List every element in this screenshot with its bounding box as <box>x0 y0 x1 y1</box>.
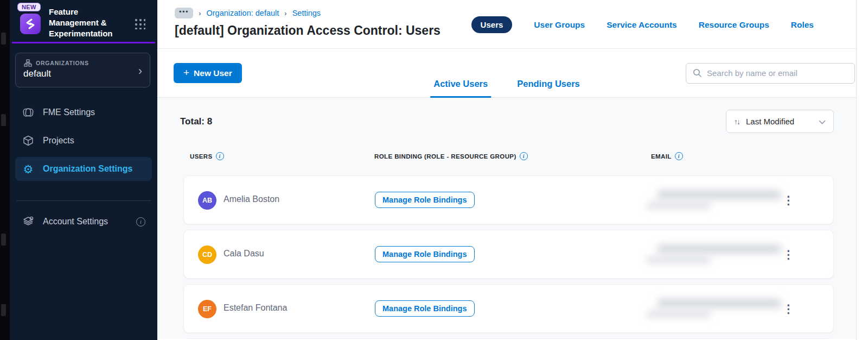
new-user-label: New User <box>194 68 232 78</box>
info-icon[interactable]: i <box>136 217 145 226</box>
sidebar-item-label: Projects <box>43 136 74 146</box>
tab-service-accounts[interactable]: Service Accounts <box>607 20 677 30</box>
sidebar-item-label: FME Settings <box>43 108 95 117</box>
app-title: Feature Management & Experimentation <box>49 7 113 39</box>
sidebar-item-fme-settings[interactable]: FME Settings <box>15 100 152 124</box>
cube-icon <box>22 134 35 147</box>
scroll-gutter[interactable] <box>856 0 868 340</box>
breadcrumb-ellipsis[interactable]: ••• <box>175 8 193 18</box>
user-name: Cala Dasu <box>224 249 264 259</box>
avatar: EF <box>198 300 216 318</box>
chevron-down-icon <box>819 117 826 127</box>
new-badge: NEW <box>17 3 41 11</box>
sidebar-item-account-settings[interactable]: Account Settings i <box>15 212 152 231</box>
email-redacted <box>646 240 798 270</box>
toolbar: + New User Active Users Pending Users <box>157 49 856 98</box>
user-rows: AB Amelia Boston Manage Role Bindings ⋮ … <box>183 175 834 339</box>
app-switcher-grid-icon[interactable] <box>133 17 145 29</box>
background-window-strip <box>0 0 10 340</box>
tab-roles[interactable]: Roles <box>791 20 814 30</box>
tab-user-groups[interactable]: User Groups <box>534 20 585 30</box>
search-box[interactable] <box>686 63 855 84</box>
info-icon[interactable]: i <box>216 152 224 160</box>
access-control-nav: Users User Groups Service Accounts Resou… <box>471 16 814 33</box>
column-header-email: EMAIL <box>651 153 672 160</box>
organization-selector[interactable]: ORGANIZATIONS default › <box>15 53 150 87</box>
user-state-tabs: Active Users Pending Users <box>430 79 583 98</box>
avatar: CD <box>198 245 216 264</box>
breadcrumb-link-organization[interactable]: Organization: default <box>207 9 279 17</box>
chevron-right-icon: › <box>138 64 142 78</box>
tab-resource-groups[interactable]: Resource Groups <box>699 20 769 30</box>
sidebar-header: NEW Feature Management & Experimentation <box>10 0 157 42</box>
new-user-button[interactable]: + New User <box>174 63 242 83</box>
email-redacted <box>646 186 798 216</box>
info-icon[interactable]: i <box>675 152 683 160</box>
avatar: AB <box>198 191 216 210</box>
sort-label: Last Modified <box>746 117 813 126</box>
total-count: Total: 8 <box>180 116 212 127</box>
info-icon[interactable]: i <box>520 152 528 160</box>
page-header: ••• › Organization: default › Settings [… <box>157 0 856 49</box>
purple-divider <box>12 42 155 43</box>
sort-dropdown[interactable]: ↑↓ Last Modified <box>726 110 834 133</box>
column-header-role-binding: ROLE BINDING (ROLE - RESOURCE GROUP) <box>374 153 516 160</box>
sidebar-nav: FME Settings Projects ⚙ Organization Set… <box>15 100 152 231</box>
organization-name: default <box>23 68 142 79</box>
table-row-partial <box>183 338 834 339</box>
table-header-row: USERS i ROLE BINDING (ROLE - RESOURCE GR… <box>183 152 834 163</box>
plus-icon: + <box>183 67 189 79</box>
fme-logo-icon <box>22 106 35 119</box>
table-row: CD Cala Dasu Manage Role Bindings ⋮ <box>183 230 834 279</box>
organizations-label: ORGANIZATIONS <box>36 60 89 66</box>
search-icon <box>693 68 702 78</box>
sidebar-item-label: Organization Settings <box>43 164 132 174</box>
manage-role-bindings-button[interactable]: Manage Role Bindings <box>375 246 475 262</box>
layers-icon <box>22 215 35 228</box>
email-redacted <box>646 294 798 325</box>
sidebar-divider <box>16 200 151 201</box>
sort-icon: ↑↓ <box>734 117 739 126</box>
chevron-separator-icon: › <box>199 9 201 17</box>
manage-role-bindings-button[interactable]: Manage Role Bindings <box>375 300 475 317</box>
kebab-menu-icon[interactable]: ⋮ <box>783 244 794 265</box>
sidebar-item-label: Account Settings <box>43 217 108 226</box>
tab-active-users[interactable]: Active Users <box>430 79 491 98</box>
table-row: AB Amelia Boston Manage Role Bindings ⋮ <box>183 175 834 224</box>
users-list-section: Total: 8 ↑↓ Last Modified USERS i ROLE B… <box>157 98 856 339</box>
user-name: Amelia Boston <box>224 194 279 204</box>
chevron-separator-icon: › <box>284 9 286 17</box>
fme-app-logo-icon[interactable] <box>20 14 41 34</box>
manage-role-bindings-button[interactable]: Manage Role Bindings <box>375 192 475 208</box>
column-header-users: USERS <box>190 153 213 160</box>
breadcrumb-link-settings[interactable]: Settings <box>292 9 321 17</box>
kebab-menu-icon[interactable]: ⋮ <box>783 190 794 211</box>
sidebar: NEW Feature Management & Experimentation… <box>10 0 157 340</box>
main-content: ••• › Organization: default › Settings [… <box>157 0 856 340</box>
sidebar-item-organization-settings[interactable]: ⚙ Organization Settings <box>15 157 152 181</box>
table-row: EF Estefan Fontana Manage Role Bindings … <box>183 284 834 333</box>
tab-pending-users[interactable]: Pending Users <box>514 79 583 98</box>
gear-icon: ⚙ <box>22 162 35 175</box>
search-input[interactable] <box>707 68 848 78</box>
sidebar-item-projects[interactable]: Projects <box>15 129 152 153</box>
user-name: Estefan Fontana <box>224 303 287 313</box>
org-chart-icon <box>23 59 32 67</box>
tab-users[interactable]: Users <box>471 16 513 33</box>
kebab-menu-icon[interactable]: ⋮ <box>783 299 794 319</box>
